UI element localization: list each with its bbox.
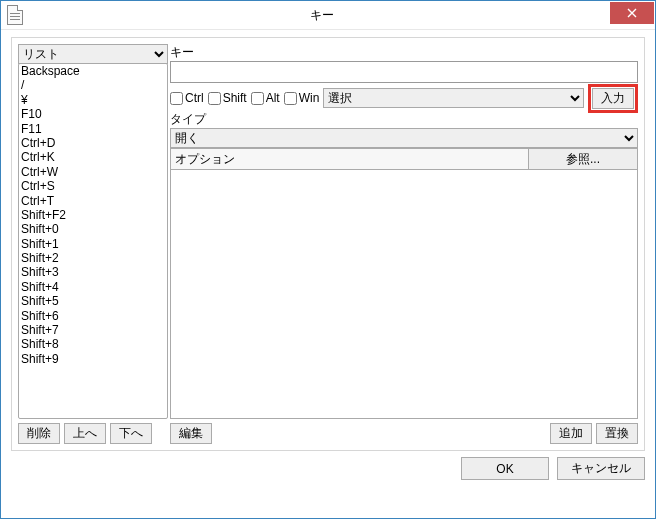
key-list-item[interactable]: / xyxy=(19,78,167,92)
type-label: タイプ xyxy=(170,111,638,128)
dialog-buttons: OK キャンセル xyxy=(11,457,645,480)
cancel-button[interactable]: キャンセル xyxy=(557,457,645,480)
input-button-highlight: 入力 xyxy=(588,84,638,113)
replace-button[interactable]: 置換 xyxy=(596,423,638,444)
close-button[interactable] xyxy=(610,2,654,24)
document-icon xyxy=(7,5,23,25)
move-down-button[interactable]: 下へ xyxy=(110,423,152,444)
key-list-item[interactable]: Ctrl+K xyxy=(19,150,167,164)
ctrl-checkbox[interactable] xyxy=(170,92,183,105)
key-list-item[interactable]: Ctrl+T xyxy=(19,194,167,208)
type-select[interactable]: 開く xyxy=(170,128,638,148)
ok-button[interactable]: OK xyxy=(461,457,549,480)
key-list-item[interactable]: Shift+3 xyxy=(19,265,167,279)
key-list-item[interactable]: Ctrl+D xyxy=(19,136,167,150)
key-list-item[interactable]: Shift+6 xyxy=(19,309,167,323)
key-list-item[interactable]: Shift+0 xyxy=(19,222,167,236)
alt-checkbox-label[interactable]: Alt xyxy=(251,91,280,105)
key-list-item[interactable]: Shift+F2 xyxy=(19,208,167,222)
list-type-select[interactable]: リスト xyxy=(18,44,168,64)
option-textarea[interactable] xyxy=(170,169,638,419)
move-up-button[interactable]: 上へ xyxy=(64,423,106,444)
key-list-item[interactable]: F10 xyxy=(19,107,167,121)
key-list-item[interactable]: Shift+8 xyxy=(19,337,167,351)
key-list-item[interactable]: Shift+5 xyxy=(19,294,167,308)
titlebar: キー xyxy=(1,1,655,30)
left-column: リスト Backspace/¥F10F11Ctrl+DCtrl+KCtrl+WC… xyxy=(18,44,168,444)
browse-button[interactable]: 参照... xyxy=(528,148,638,170)
edit-button[interactable]: 編集 xyxy=(170,423,212,444)
add-button[interactable]: 追加 xyxy=(550,423,592,444)
option-label: オプション xyxy=(170,148,528,170)
content-area: リスト Backspace/¥F10F11Ctrl+DCtrl+KCtrl+WC… xyxy=(11,37,645,508)
window-title: キー xyxy=(29,7,655,24)
delete-button[interactable]: 削除 xyxy=(18,423,60,444)
alt-checkbox[interactable] xyxy=(251,92,264,105)
key-list-item[interactable]: Shift+4 xyxy=(19,280,167,294)
input-button[interactable]: 入力 xyxy=(592,88,634,109)
key-list-item[interactable]: Ctrl+S xyxy=(19,179,167,193)
key-list-item[interactable]: Backspace xyxy=(19,64,167,78)
key-label: キー xyxy=(170,44,638,61)
modifier-row: Ctrl Shift Alt Win 選択 入力 xyxy=(170,85,638,111)
key-list-item[interactable]: Ctrl+W xyxy=(19,165,167,179)
key-input[interactable] xyxy=(170,61,638,83)
key-list-item[interactable]: Shift+7 xyxy=(19,323,167,337)
key-list[interactable]: Backspace/¥F10F11Ctrl+DCtrl+KCtrl+WCtrl+… xyxy=(18,63,168,419)
key-list-item[interactable]: Shift+1 xyxy=(19,237,167,251)
shift-checkbox-label[interactable]: Shift xyxy=(208,91,247,105)
ctrl-checkbox-label[interactable]: Ctrl xyxy=(170,91,204,105)
key-list-item[interactable]: Shift+2 xyxy=(19,251,167,265)
win-checkbox-label[interactable]: Win xyxy=(284,91,320,105)
win-checkbox[interactable] xyxy=(284,92,297,105)
shift-checkbox[interactable] xyxy=(208,92,221,105)
right-column: キー Ctrl Shift Alt Win 選択 入力 タイプ 開く xyxy=(170,44,638,444)
key-list-item[interactable]: ¥ xyxy=(19,93,167,107)
key-list-item[interactable]: F11 xyxy=(19,122,167,136)
modifier-select[interactable]: 選択 xyxy=(323,88,584,108)
main-group: リスト Backspace/¥F10F11Ctrl+DCtrl+KCtrl+WC… xyxy=(11,37,645,451)
key-list-item[interactable]: Shift+9 xyxy=(19,352,167,366)
